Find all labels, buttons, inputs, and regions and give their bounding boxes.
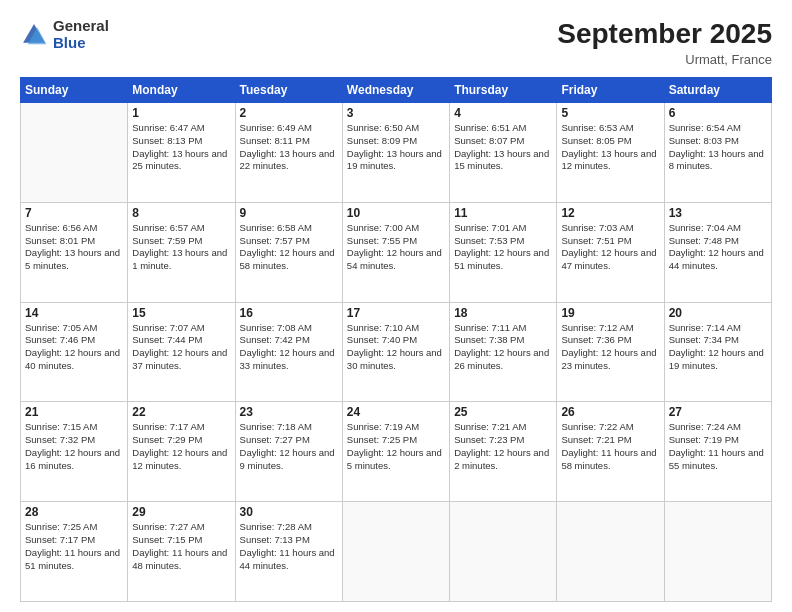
calendar-cell: 13Sunrise: 7:04 AMSunset: 7:48 PMDayligh… bbox=[664, 202, 771, 302]
day-info: Sunrise: 7:28 AMSunset: 7:13 PMDaylight:… bbox=[240, 521, 338, 572]
day-number: 8 bbox=[132, 206, 230, 220]
calendar-cell: 18Sunrise: 7:11 AMSunset: 7:38 PMDayligh… bbox=[450, 302, 557, 402]
calendar-cell: 7Sunrise: 6:56 AMSunset: 8:01 PMDaylight… bbox=[21, 202, 128, 302]
day-number: 11 bbox=[454, 206, 552, 220]
day-info: Sunrise: 7:03 AMSunset: 7:51 PMDaylight:… bbox=[561, 222, 659, 273]
calendar-cell bbox=[664, 502, 771, 602]
day-info: Sunrise: 7:11 AMSunset: 7:38 PMDaylight:… bbox=[454, 322, 552, 373]
calendar-week-row: 14Sunrise: 7:05 AMSunset: 7:46 PMDayligh… bbox=[21, 302, 772, 402]
day-number: 23 bbox=[240, 405, 338, 419]
day-number: 17 bbox=[347, 306, 445, 320]
weekday-header: Wednesday bbox=[342, 78, 449, 103]
day-number: 16 bbox=[240, 306, 338, 320]
calendar-cell: 19Sunrise: 7:12 AMSunset: 7:36 PMDayligh… bbox=[557, 302, 664, 402]
day-info: Sunrise: 7:07 AMSunset: 7:44 PMDaylight:… bbox=[132, 322, 230, 373]
calendar-cell bbox=[557, 502, 664, 602]
calendar-cell bbox=[342, 502, 449, 602]
calendar-cell: 20Sunrise: 7:14 AMSunset: 7:34 PMDayligh… bbox=[664, 302, 771, 402]
weekday-header: Friday bbox=[557, 78, 664, 103]
calendar-header: SundayMondayTuesdayWednesdayThursdayFrid… bbox=[21, 78, 772, 103]
day-info: Sunrise: 7:25 AMSunset: 7:17 PMDaylight:… bbox=[25, 521, 123, 572]
calendar-week-row: 7Sunrise: 6:56 AMSunset: 8:01 PMDaylight… bbox=[21, 202, 772, 302]
calendar-cell: 11Sunrise: 7:01 AMSunset: 7:53 PMDayligh… bbox=[450, 202, 557, 302]
calendar-cell: 12Sunrise: 7:03 AMSunset: 7:51 PMDayligh… bbox=[557, 202, 664, 302]
day-info: Sunrise: 7:22 AMSunset: 7:21 PMDaylight:… bbox=[561, 421, 659, 472]
day-number: 29 bbox=[132, 505, 230, 519]
day-number: 4 bbox=[454, 106, 552, 120]
page: General Blue September 2025 Urmatt, Fran… bbox=[0, 0, 792, 612]
day-number: 20 bbox=[669, 306, 767, 320]
calendar-cell: 21Sunrise: 7:15 AMSunset: 7:32 PMDayligh… bbox=[21, 402, 128, 502]
day-info: Sunrise: 6:58 AMSunset: 7:57 PMDaylight:… bbox=[240, 222, 338, 273]
header: General Blue September 2025 Urmatt, Fran… bbox=[20, 18, 772, 67]
day-number: 12 bbox=[561, 206, 659, 220]
calendar-cell: 28Sunrise: 7:25 AMSunset: 7:17 PMDayligh… bbox=[21, 502, 128, 602]
calendar-cell: 15Sunrise: 7:07 AMSunset: 7:44 PMDayligh… bbox=[128, 302, 235, 402]
day-number: 9 bbox=[240, 206, 338, 220]
calendar-cell: 3Sunrise: 6:50 AMSunset: 8:09 PMDaylight… bbox=[342, 103, 449, 203]
day-number: 21 bbox=[25, 405, 123, 419]
location: Urmatt, France bbox=[557, 52, 772, 67]
day-number: 27 bbox=[669, 405, 767, 419]
day-info: Sunrise: 6:47 AMSunset: 8:13 PMDaylight:… bbox=[132, 122, 230, 173]
day-info: Sunrise: 6:49 AMSunset: 8:11 PMDaylight:… bbox=[240, 122, 338, 173]
day-number: 7 bbox=[25, 206, 123, 220]
day-info: Sunrise: 7:12 AMSunset: 7:36 PMDaylight:… bbox=[561, 322, 659, 373]
day-number: 19 bbox=[561, 306, 659, 320]
calendar-cell bbox=[450, 502, 557, 602]
day-number: 24 bbox=[347, 405, 445, 419]
day-number: 25 bbox=[454, 405, 552, 419]
calendar-cell: 9Sunrise: 6:58 AMSunset: 7:57 PMDaylight… bbox=[235, 202, 342, 302]
title-block: September 2025 Urmatt, France bbox=[557, 18, 772, 67]
calendar-cell: 8Sunrise: 6:57 AMSunset: 7:59 PMDaylight… bbox=[128, 202, 235, 302]
day-info: Sunrise: 6:54 AMSunset: 8:03 PMDaylight:… bbox=[669, 122, 767, 173]
day-info: Sunrise: 7:15 AMSunset: 7:32 PMDaylight:… bbox=[25, 421, 123, 472]
calendar-cell: 26Sunrise: 7:22 AMSunset: 7:21 PMDayligh… bbox=[557, 402, 664, 502]
calendar-body: 1Sunrise: 6:47 AMSunset: 8:13 PMDaylight… bbox=[21, 103, 772, 602]
day-number: 10 bbox=[347, 206, 445, 220]
day-info: Sunrise: 7:00 AMSunset: 7:55 PMDaylight:… bbox=[347, 222, 445, 273]
day-info: Sunrise: 7:27 AMSunset: 7:15 PMDaylight:… bbox=[132, 521, 230, 572]
calendar-cell: 5Sunrise: 6:53 AMSunset: 8:05 PMDaylight… bbox=[557, 103, 664, 203]
logo-general: General bbox=[53, 18, 109, 35]
calendar-cell: 1Sunrise: 6:47 AMSunset: 8:13 PMDaylight… bbox=[128, 103, 235, 203]
logo: General Blue bbox=[20, 18, 109, 51]
calendar-week-row: 1Sunrise: 6:47 AMSunset: 8:13 PMDaylight… bbox=[21, 103, 772, 203]
day-info: Sunrise: 6:57 AMSunset: 7:59 PMDaylight:… bbox=[132, 222, 230, 273]
day-number: 28 bbox=[25, 505, 123, 519]
day-info: Sunrise: 6:56 AMSunset: 8:01 PMDaylight:… bbox=[25, 222, 123, 273]
day-number: 18 bbox=[454, 306, 552, 320]
calendar-cell: 10Sunrise: 7:00 AMSunset: 7:55 PMDayligh… bbox=[342, 202, 449, 302]
calendar-cell: 23Sunrise: 7:18 AMSunset: 7:27 PMDayligh… bbox=[235, 402, 342, 502]
day-info: Sunrise: 7:19 AMSunset: 7:25 PMDaylight:… bbox=[347, 421, 445, 472]
calendar-cell: 24Sunrise: 7:19 AMSunset: 7:25 PMDayligh… bbox=[342, 402, 449, 502]
logo-blue: Blue bbox=[53, 35, 109, 52]
day-number: 22 bbox=[132, 405, 230, 419]
logo-text: General Blue bbox=[53, 18, 109, 51]
day-number: 26 bbox=[561, 405, 659, 419]
day-info: Sunrise: 7:17 AMSunset: 7:29 PMDaylight:… bbox=[132, 421, 230, 472]
logo-icon bbox=[20, 21, 48, 49]
day-info: Sunrise: 7:05 AMSunset: 7:46 PMDaylight:… bbox=[25, 322, 123, 373]
calendar-week-row: 28Sunrise: 7:25 AMSunset: 7:17 PMDayligh… bbox=[21, 502, 772, 602]
month-title: September 2025 bbox=[557, 18, 772, 50]
calendar-cell: 16Sunrise: 7:08 AMSunset: 7:42 PMDayligh… bbox=[235, 302, 342, 402]
calendar-cell: 2Sunrise: 6:49 AMSunset: 8:11 PMDaylight… bbox=[235, 103, 342, 203]
calendar-cell: 4Sunrise: 6:51 AMSunset: 8:07 PMDaylight… bbox=[450, 103, 557, 203]
day-info: Sunrise: 6:50 AMSunset: 8:09 PMDaylight:… bbox=[347, 122, 445, 173]
day-number: 30 bbox=[240, 505, 338, 519]
day-number: 3 bbox=[347, 106, 445, 120]
day-info: Sunrise: 7:14 AMSunset: 7:34 PMDaylight:… bbox=[669, 322, 767, 373]
day-number: 14 bbox=[25, 306, 123, 320]
weekday-row: SundayMondayTuesdayWednesdayThursdayFrid… bbox=[21, 78, 772, 103]
calendar-week-row: 21Sunrise: 7:15 AMSunset: 7:32 PMDayligh… bbox=[21, 402, 772, 502]
weekday-header: Monday bbox=[128, 78, 235, 103]
day-info: Sunrise: 7:08 AMSunset: 7:42 PMDaylight:… bbox=[240, 322, 338, 373]
calendar-cell bbox=[21, 103, 128, 203]
day-info: Sunrise: 7:21 AMSunset: 7:23 PMDaylight:… bbox=[454, 421, 552, 472]
day-number: 2 bbox=[240, 106, 338, 120]
weekday-header: Thursday bbox=[450, 78, 557, 103]
calendar-cell: 17Sunrise: 7:10 AMSunset: 7:40 PMDayligh… bbox=[342, 302, 449, 402]
calendar-cell: 25Sunrise: 7:21 AMSunset: 7:23 PMDayligh… bbox=[450, 402, 557, 502]
calendar-cell: 29Sunrise: 7:27 AMSunset: 7:15 PMDayligh… bbox=[128, 502, 235, 602]
